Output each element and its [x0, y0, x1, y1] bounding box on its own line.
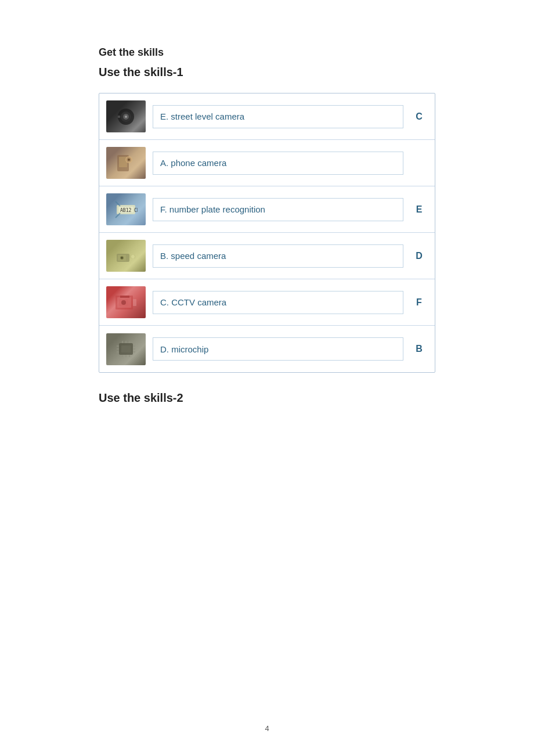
svg-point-3	[125, 116, 127, 118]
get-skills-heading: Get the skills	[99, 46, 435, 59]
table-row: C. CCTV camera F	[99, 279, 435, 326]
svg-point-17	[131, 255, 135, 258]
phone-camera-icon	[114, 153, 138, 174]
image-phone-camera	[106, 147, 146, 179]
use-skills-1-heading: Use the skills-1	[99, 66, 435, 79]
answer-plate-recognition: E	[410, 204, 428, 215]
plate-recognition-icon: AB12 CDE	[114, 199, 138, 220]
answer-microchip: B	[410, 344, 428, 354]
image-plate-recognition: AB12 CDE	[106, 193, 146, 225]
image-cctv-camera	[106, 286, 146, 318]
speed-camera-icon	[114, 246, 138, 267]
answer-cctv-camera: F	[410, 297, 428, 308]
label-cctv-camera: C. CCTV camera	[153, 291, 403, 314]
microchip-icon	[114, 339, 138, 359]
svg-point-20	[121, 257, 123, 258]
table-row: A. phone camera	[99, 140, 435, 186]
table-row: D. microchip B	[99, 326, 435, 372]
svg-rect-25	[133, 299, 136, 306]
label-microchip: D. microchip	[153, 337, 403, 361]
label-street-camera: E. street level camera	[153, 105, 403, 128]
image-street-camera	[106, 100, 146, 132]
answer-speed-camera: D	[410, 251, 428, 261]
table-row: AB12 CDE F. number plate recognition E	[99, 186, 435, 233]
cctv-camera-icon	[114, 292, 138, 313]
label-plate-recognition: F. number plate recognition	[153, 198, 403, 221]
page-number: 4	[265, 724, 269, 733]
label-speed-camera: B. speed camera	[153, 244, 403, 268]
svg-rect-26	[120, 296, 129, 298]
label-phone-camera: A. phone camera	[153, 152, 403, 175]
svg-point-9	[128, 159, 130, 161]
image-speed-camera	[106, 240, 146, 272]
svg-text:AB12 CDE: AB12 CDE	[120, 208, 138, 213]
svg-rect-28	[121, 345, 131, 352]
svg-rect-4	[118, 116, 120, 118]
street-camera-icon	[114, 106, 138, 127]
use-skills-2-heading: Use the skills-2	[99, 391, 435, 405]
table-row: E. street level camera C	[99, 93, 435, 140]
image-microchip	[106, 333, 146, 365]
table-row: B. speed camera D	[99, 233, 435, 279]
answer-street-camera: C	[410, 111, 428, 122]
svg-point-24	[121, 300, 126, 305]
matching-exercise-table: E. street level camera C A. phone camera	[99, 93, 435, 373]
